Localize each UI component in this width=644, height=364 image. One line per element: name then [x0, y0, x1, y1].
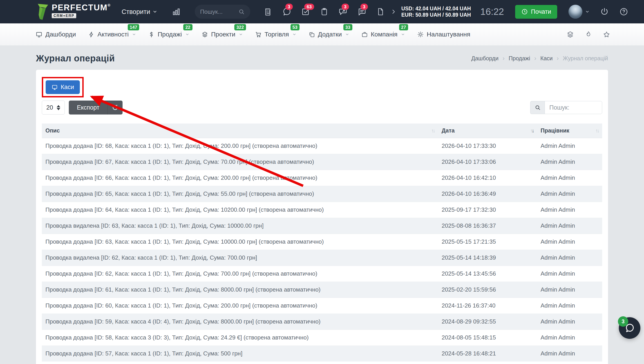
cell-description: Проводка додана [ID: 63, Каса: касса 1 (… [42, 234, 438, 250]
fire-button[interactable] [585, 31, 592, 38]
table-row[interactable]: Проводка додана [ID: 62, Каса: касса 1 (… [42, 266, 602, 282]
cell-employee: Admin Admin [537, 218, 602, 234]
invoices-button[interactable] [264, 8, 272, 16]
export-button[interactable]: Експорт [69, 101, 108, 115]
breadcrumb-dashboards[interactable]: Дашборди [471, 55, 498, 62]
monitor-icon [36, 31, 42, 38]
cell-date: 2025-09-17 17:32:30 [438, 202, 537, 218]
table-row[interactable]: Проводка додана [ID: 60, Каса: касса 1 (… [42, 298, 602, 314]
column-header-description[interactable]: Опис↑↓ [42, 124, 438, 138]
nav-item-projects[interactable]: 322 Проекти [202, 31, 243, 38]
nav-label: Активності [98, 31, 129, 38]
cell-date: 2025-08-08 16:36:37 [438, 218, 537, 234]
cell-employee: Admin Admin [537, 314, 602, 329]
sort-icon[interactable]: ↑↓ [596, 128, 598, 134]
table-row[interactable]: Проводка додана [ID: 57, Каса: касса 1 (… [42, 345, 602, 361]
global-search-input[interactable]: Пошук... [195, 5, 250, 19]
nav-label: Торгівля [265, 31, 289, 38]
nav-item-trade[interactable]: 53 Торгівля [255, 31, 296, 38]
briefcase-icon [361, 31, 368, 38]
table-row[interactable]: Проводка видалена [ID: 63, Каса: касса 1… [42, 218, 602, 234]
documents-button[interactable] [376, 7, 385, 16]
cell-employee: Admin Admin [537, 234, 602, 250]
star-button[interactable] [603, 31, 610, 38]
help-button[interactable] [619, 7, 628, 16]
sort-icon[interactable]: ↑↓ [431, 128, 434, 134]
cell-date: 2026-04-10 17:33:06 [438, 154, 537, 170]
table-row[interactable]: Проводка додана [ID: 61, Каса: касса 1 (… [42, 282, 602, 298]
stack-button[interactable] [566, 31, 574, 38]
page-size-select[interactable]: 20 [42, 101, 65, 115]
sort-icon-active-desc[interactable]: ↑↓ [530, 128, 533, 134]
breadcrumb-sales[interactable]: Продажі [509, 55, 530, 62]
clipboard-button[interactable] [320, 7, 328, 16]
nav-item-activities[interactable]: 147 Активності [88, 31, 136, 38]
table-row[interactable]: Проводка додана [ID: 67, Каса: касса 1 (… [42, 154, 602, 170]
chevron-down-icon [345, 32, 349, 37]
cell-employee: Admin Admin [537, 186, 602, 202]
chevron-down-icon [152, 9, 158, 14]
create-menu-button[interactable]: Створити [122, 8, 158, 16]
nav-badge: 53 [290, 24, 300, 30]
copy-icon [308, 31, 315, 38]
chat-widget-button[interactable]: 3 [619, 317, 640, 339]
top-bar: PERFECTUM® CRM+ERP Створити Пошук... 3 6… [0, 0, 644, 24]
clipboard-icon [320, 7, 328, 16]
user-menu[interactable] [568, 5, 590, 19]
breadcrumb-cash[interactable]: Каси [540, 55, 553, 62]
bar-chart-icon [172, 7, 181, 16]
chevron-down-icon [132, 32, 136, 37]
column-header-date[interactable]: Дата↑↓ [438, 124, 537, 138]
table-row[interactable]: Проводка додана [ID: 59, Каса: касса 4 (… [42, 314, 602, 329]
eur-rate: EUR: 50.89 UAH / 50.89 UAH [402, 12, 471, 18]
cash-registers-label: Каси [61, 84, 74, 91]
table-row[interactable]: Проводка додана [ID: 66, Каса: касса 1 (… [42, 170, 602, 186]
table-search-button[interactable] [530, 101, 544, 114]
table-row[interactable]: Проводка додана [ID: 68, Каса: касса 1 (… [42, 138, 602, 154]
sms-button[interactable]: 3 [338, 7, 348, 16]
cell-employee: Admin Admin [537, 170, 602, 186]
cell-date: 2025-05-14 13:45:56 [438, 266, 537, 282]
cell-description: Проводка додана [ID: 67, Каса: касса 1 (… [42, 154, 438, 170]
annotation-red-box: Каси [42, 77, 84, 97]
clock-time: 16:22 [480, 6, 504, 17]
perfectum-logo[interactable]: PERFECTUM® CRM+ERP [36, 3, 111, 20]
usd-rate: USD: 42.04 UAH / 42.04 UAH [402, 6, 471, 12]
cell-description: Проводка додана [ID: 61, Каса: касса 1 (… [42, 282, 438, 298]
logout-button[interactable] [600, 7, 609, 16]
nav-item-dashboards[interactable]: Дашборди [36, 31, 76, 38]
table-row[interactable]: Проводка додана [ID: 63, Каса: касса 1 (… [42, 234, 602, 250]
table-row[interactable]: Проводка видалена [ID: 62, Каса: касса 1… [42, 250, 602, 266]
table-row[interactable]: Проводка додана [ID: 65, Каса: касса 1 (… [42, 186, 602, 202]
cell-employee: Admin Admin [537, 329, 602, 345]
table-row[interactable]: Проводка додана [ID: 58, Каса: касса 3 (… [42, 329, 602, 345]
sms-badge: 3 [342, 4, 349, 10]
breadcrumb-separator: › [502, 55, 504, 62]
chevron-down-icon [239, 32, 243, 37]
column-header-employee[interactable]: Працівник↑↓ [537, 124, 602, 138]
cell-description: Проводка додана [ID: 57, Каса: касса 1 (… [42, 345, 438, 361]
cell-date: 2024-08-29 09:32:55 [438, 314, 537, 329]
nav-item-company[interactable]: 27 Компанія [361, 31, 405, 38]
operations-card: Каси 20 Експорт [36, 70, 608, 364]
nav-item-settings[interactable]: Налаштування [417, 31, 470, 38]
nav-label: Додатки [318, 31, 342, 38]
statistics-button[interactable] [172, 7, 181, 16]
messenger-button[interactable]: 3 [282, 7, 291, 16]
tasks-button[interactable]: 63 [301, 7, 310, 16]
nav-label: Дашборди [46, 31, 76, 38]
table-row[interactable]: Проводка додана [ID: 64, Каса: касса 1 (… [42, 202, 602, 218]
nav-item-apps[interactable]: 33 Додатки [308, 31, 349, 38]
breadcrumb-separator: › [557, 55, 559, 62]
cell-date: 2026-04-10 16:36:49 [438, 186, 537, 202]
table-search-input[interactable] [544, 101, 602, 114]
start-timer-button[interactable]: Почати [515, 5, 557, 19]
cell-employee: Admin Admin [537, 202, 602, 218]
nav-item-sales[interactable]: 22 Продажі [148, 31, 189, 38]
nav-label: Продажі [158, 31, 182, 38]
comments-button[interactable]: 3 [357, 7, 366, 16]
cash-registers-button[interactable]: Каси [46, 80, 80, 94]
refresh-button[interactable] [108, 101, 122, 115]
cell-date: 2024-08-05 15:48:15 [438, 329, 537, 345]
currency-expand-button[interactable] [390, 9, 396, 15]
